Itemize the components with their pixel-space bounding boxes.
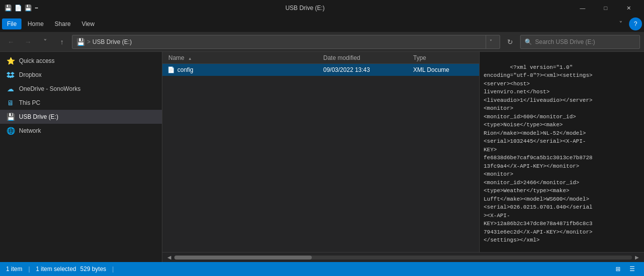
sidebar-item-dropbox[interactable]: Dropbox: [0, 68, 162, 82]
app-icon-save2: 💾: [24, 4, 32, 12]
sidebar-label-usb-drive: USB Drive (E:): [19, 113, 156, 120]
file-list: 📄 config 09/03/2022 13:43 XML Docume: [162, 64, 479, 252]
column-headers: Name ▲ Date modified Type: [162, 52, 479, 64]
col-header-name[interactable]: Name ▲: [166, 54, 321, 61]
path-text: USB Drive (E:): [92, 38, 132, 45]
forward-button[interactable]: →: [21, 35, 35, 49]
file-icon-xml: 📄: [166, 65, 175, 74]
menu-share[interactable]: Share: [49, 18, 75, 29]
window-title: USB Drive (E:): [42, 4, 568, 11]
status-bar-right: ⊞ ☰: [612, 264, 638, 275]
preview-content: <?xml version="1.0" encoding="utf-8"?><x…: [484, 64, 593, 244]
file-size: 529 bytes: [80, 266, 106, 273]
menu-home[interactable]: Home: [22, 18, 48, 29]
sort-arrow: ▲: [188, 56, 192, 61]
menu-bar: File Home Share View ˅ ?: [0, 16, 644, 32]
sidebar-label-network: Network: [19, 127, 156, 134]
up-button[interactable]: ↑: [55, 35, 69, 49]
refresh-button[interactable]: ↻: [503, 35, 517, 49]
back-button[interactable]: ←: [4, 35, 18, 49]
close-button[interactable]: ✕: [617, 0, 640, 16]
this-pc-icon: 🖥: [6, 98, 15, 107]
menu-file[interactable]: File: [2, 18, 21, 29]
dropbox-icon: [6, 70, 15, 79]
sidebar-item-network[interactable]: 🌐 Network: [0, 124, 162, 138]
app-icon-doc: 📄: [14, 4, 22, 12]
onedrive-icon: ☁: [6, 84, 15, 93]
status-bar: 1 item | 1 item selected 529 bytes | ⊞ ☰: [0, 262, 644, 276]
help-button[interactable]: ?: [629, 17, 642, 30]
main-layout: ⭐ Quick access Dropbox ☁ OneDrive - Sono…: [0, 52, 644, 262]
address-path[interactable]: 💾 > USB Drive (E:) ˅: [72, 35, 500, 49]
status-sep-2: |: [112, 266, 114, 273]
file-type: XML Docume: [413, 66, 475, 73]
menu-expand-area: ˅ ?: [614, 17, 642, 30]
minimize-button[interactable]: —: [571, 0, 594, 16]
view-list-button[interactable]: ☰: [626, 264, 638, 275]
search-box[interactable]: 🔍 Search USB Drive (E:): [520, 35, 640, 49]
sidebar-item-usb-drive[interactable]: 💾 USB Drive (E:): [0, 110, 162, 124]
usb-drive-icon: 💾: [6, 112, 15, 121]
maximize-button[interactable]: □: [594, 0, 617, 16]
item-count: 1 item: [6, 266, 22, 273]
preview-pane: <?xml version="1.0" encoding="utf-8"?><x…: [479, 52, 644, 252]
recent-locations-button[interactable]: ˅: [38, 35, 52, 49]
sidebar-label-dropbox: Dropbox: [19, 71, 156, 78]
sidebar-label-this-pc: This PC: [19, 99, 156, 106]
scroll-left-button[interactable]: ◀: [164, 254, 174, 262]
col-header-type[interactable]: Type: [411, 54, 475, 61]
sidebar-label-quick-access: Quick access: [19, 57, 156, 64]
horizontal-scrollbar[interactable]: ◀ ▶: [162, 252, 644, 262]
quick-access-icon: ⭐: [6, 56, 15, 65]
sidebar-item-this-pc[interactable]: 🖥 This PC: [0, 96, 162, 110]
scrollbar-thumb[interactable]: [174, 256, 312, 260]
network-icon: 🌐: [6, 126, 15, 135]
content-preview-area: Name ▲ Date modified Type 📄 config: [162, 52, 644, 262]
app-icon-save: 💾: [4, 4, 12, 12]
scrollbar-track[interactable]: [174, 256, 632, 260]
sidebar-item-quick-access[interactable]: ⭐ Quick access: [0, 54, 162, 68]
scroll-right-button[interactable]: ▶: [632, 254, 642, 262]
file-content-area: Name ▲ Date modified Type 📄 config: [162, 52, 479, 252]
status-sep-1: |: [28, 266, 30, 273]
window-controls: — □ ✕: [571, 0, 640, 16]
table-row[interactable]: 📄 config 09/03/2022 13:43 XML Docume: [162, 64, 479, 76]
col-header-date[interactable]: Date modified: [321, 54, 411, 61]
search-icon: 🔍: [525, 38, 532, 45]
search-placeholder: Search USB Drive (E:): [535, 38, 595, 45]
file-date: 09/03/2022 13:43: [323, 66, 413, 73]
drive-icon: 💾: [76, 38, 85, 46]
path-chevron[interactable]: ˅: [486, 35, 496, 49]
address-bar: ← → ˅ ↑ 💾 > USB Drive (E:) ˅ ↻ 🔍 Search …: [0, 32, 644, 52]
sidebar-label-onedrive: OneDrive - SonoWorks: [19, 85, 156, 92]
sidebar-item-onedrive[interactable]: ☁ OneDrive - SonoWorks: [0, 82, 162, 96]
file-name: config: [177, 66, 323, 73]
sidebar: ⭐ Quick access Dropbox ☁ OneDrive - Sono…: [0, 52, 162, 262]
title-bar: 💾 📄 💾 USB Drive (E:) — □ ✕: [0, 0, 644, 16]
view-grid-button[interactable]: ⊞: [612, 264, 624, 275]
path-separator: >: [87, 38, 90, 45]
selected-text: 1 item selected: [36, 266, 76, 273]
menu-expand-button[interactable]: ˅: [614, 17, 627, 30]
content-preview-row: Name ▲ Date modified Type 📄 config: [162, 52, 644, 252]
title-bar-app-icons: 💾 📄 💾: [4, 4, 39, 12]
menu-view[interactable]: View: [76, 18, 99, 29]
